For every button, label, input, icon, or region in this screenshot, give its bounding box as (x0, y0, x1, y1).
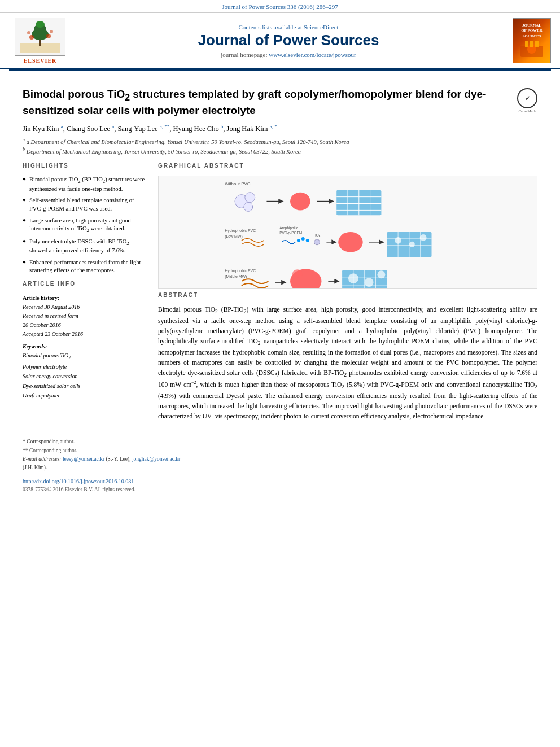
svg-point-4 (36, 21, 45, 28)
main-content: ✓ CrossMark Bimodal porous TiO2 structur… (0, 71, 560, 499)
svg-point-6 (46, 34, 51, 38)
svg-point-5 (29, 35, 34, 40)
highlight-item: Enhanced performances resulted from the … (23, 259, 147, 275)
highlight-item: Large surface area, high porosity and go… (23, 217, 147, 234)
highlights-section: HIGHLIGHTS Bimodal porous TiO2 (BP-TiO2)… (23, 163, 147, 275)
article-info-section: ARTICLE INFO Article history: Received 3… (23, 281, 147, 400)
keywords-label: Keywords: (23, 343, 147, 350)
graphical-abstract-label: GRAPHICAL ABSTRACT (158, 163, 537, 171)
svg-point-56 (292, 270, 303, 278)
svg-point-36 (306, 239, 309, 242)
crossmark-badge[interactable]: ✓ CrossMark (517, 88, 537, 113)
article-info-label: ARTICLE INFO (23, 281, 147, 289)
article-title: Bimodal porous TiO2 structures templated… (23, 87, 537, 118)
journal-cover-image: JOURNALOF POWERSOURCES (513, 18, 551, 63)
abstract-label: ABSTRACT (158, 292, 537, 300)
highlight-item: Self-assembled blend template consisting… (23, 196, 147, 213)
crossmark-icon: ✓ (517, 88, 537, 108)
graphical-abstract-image: Without PVC (158, 176, 537, 289)
svg-point-19 (290, 193, 310, 211)
svg-point-16 (245, 193, 255, 203)
svg-text:PVC-g-POEM: PVC-g-POEM (279, 231, 302, 235)
right-column: GRAPHICAL ABSTRACT Without PVC (158, 163, 537, 421)
journal-title: Journal of Power Sources (71, 32, 506, 49)
svg-rect-12 (530, 41, 533, 47)
svg-point-60 (365, 278, 374, 287)
graphical-abstract-section: GRAPHICAL ABSTRACT Without PVC (158, 163, 537, 289)
svg-point-35 (301, 237, 305, 241)
highlight-item: Bimodal porous TiO2 (BP-TiO2) structures… (23, 176, 147, 193)
svg-text:(Middle MW): (Middle MW) (225, 275, 247, 279)
two-column-section: HIGHLIGHTS Bimodal porous TiO2 (BP-TiO2)… (23, 163, 537, 421)
email-addresses: E-mail addresses: leesy@yonsei.ac.kr (S.… (23, 455, 537, 464)
sciencedirect-link: Contents lists available at ScienceDirec… (71, 24, 506, 30)
keywords-list: Bimodal porous TiO2 Polymer electrolyte … (23, 351, 147, 400)
highlights-list: Bimodal porous TiO2 (BP-TiO2) structures… (23, 176, 147, 275)
svg-point-41 (341, 233, 349, 240)
elsevier-logo-area: ELSEVIER (9, 18, 71, 64)
svg-rect-13 (535, 41, 539, 47)
authors-line: Jin Kyu Kim a, Chang Soo Lee a, Sang-Yup… (23, 124, 537, 133)
svg-text:+: + (270, 238, 275, 246)
article-history: Article history: Received 30 August 2016… (23, 294, 147, 339)
footer-notes: * Corresponding author. ** Corresponding… (23, 438, 537, 472)
svg-text:Amphiphilic: Amphiphilic (279, 226, 299, 230)
footer-section: * Corresponding author. ** Corresponding… (23, 433, 537, 499)
affiliations: a a Department of Chemical and Biomolecu… (23, 137, 537, 156)
affiliation-a: a a Department of Chemical and Biomolecu… (23, 137, 537, 146)
elsevier-tree-logo (15, 18, 65, 56)
svg-text:(Low MW): (Low MW) (225, 234, 243, 239)
corresponding-2: ** Corresponding author. (23, 447, 537, 455)
svg-point-8 (50, 30, 53, 33)
svg-point-7 (27, 31, 30, 34)
homepage-link[interactable]: www.elsevier.com/locate/jpowsour (269, 51, 356, 58)
corresponding-1: * Corresponding author. (23, 438, 537, 446)
abstract-text: Bimodal porous TiO2 (BP-TiO2) with large… (158, 305, 537, 421)
highlight-item: Polymer electrolyte DSSCs with BP-TiO2 s… (23, 238, 147, 255)
svg-text:Hydrophobic PVC: Hydrophobic PVC (225, 269, 256, 274)
highlights-label: HIGHLIGHTS (23, 163, 147, 171)
header: ELSEVIER Contents lists available at Sci… (0, 13, 560, 69)
svg-rect-11 (525, 41, 528, 47)
email-link-1[interactable]: leesy@yonsei.ac.kr (63, 456, 104, 462)
email-person-2: (J.H. Kim). (23, 464, 537, 472)
left-column: HIGHLIGHTS Bimodal porous TiO2 (BP-TiO2)… (23, 163, 147, 421)
svg-point-20 (293, 194, 300, 200)
svg-point-17 (244, 203, 253, 212)
journal-cover: JOURNALOF POWERSOURCES (506, 18, 551, 63)
abstract-section: ABSTRACT Bimodal porous TiO2 (BP-TiO2) w… (158, 292, 537, 421)
doi-link[interactable]: http://dx.doi.org/10.1016/j.jpowsour.201… (23, 478, 134, 484)
svg-text:Without PVC: Without PVC (225, 181, 251, 186)
svg-text:Hydrophobic PVC: Hydrophobic PVC (225, 229, 256, 233)
svg-text:TiO₂: TiO₂ (313, 233, 321, 237)
keywords-section: Keywords: Bimodal porous TiO2 Polymer el… (23, 343, 147, 400)
header-center: Contents lists available at ScienceDirec… (71, 24, 506, 58)
svg-point-46 (420, 234, 427, 241)
email-link-2[interactable]: jonghak@yonsei.ac.kr (132, 456, 180, 462)
journal-homepage: journal homepage: www.elsevier.com/locat… (71, 51, 506, 58)
svg-point-38 (314, 239, 320, 245)
journal-reference: Journal of Power Sources 336 (2016) 286–… (0, 0, 560, 13)
svg-point-45 (409, 242, 415, 247)
copyright: 0378-7753/© 2016 Elsevier B.V. All right… (23, 487, 537, 492)
elsevier-brand: ELSEVIER (24, 58, 57, 64)
svg-point-34 (297, 239, 300, 242)
svg-point-61 (377, 271, 385, 279)
affiliation-b: b Department of Mechanical Engineering, … (23, 146, 537, 156)
